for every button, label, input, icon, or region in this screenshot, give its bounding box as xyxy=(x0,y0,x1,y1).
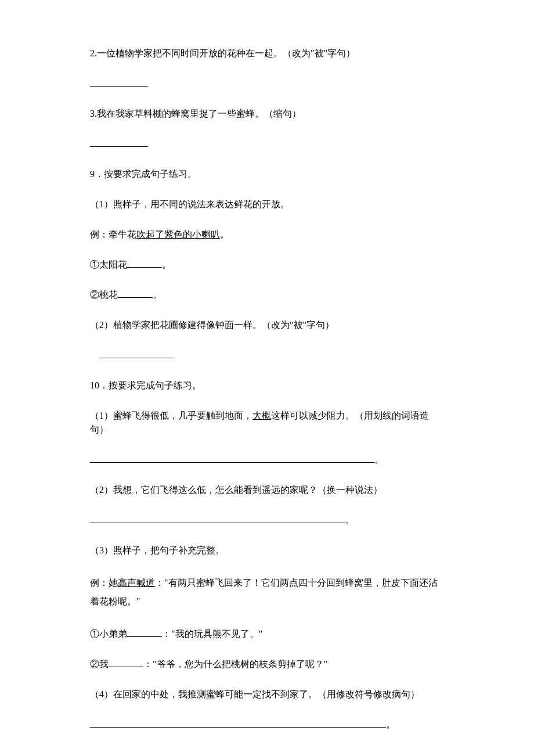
blank-line[interactable] xyxy=(99,348,175,358)
example-suffix: 。 xyxy=(220,229,229,239)
question-9-item1: ①太阳花。 xyxy=(90,258,444,272)
blank-line[interactable] xyxy=(109,657,143,667)
period: 。 xyxy=(386,719,395,729)
answer-blank-3 xyxy=(90,137,444,151)
answer-blank-10-2: 。 xyxy=(90,513,444,527)
part1-underlined: 大概 xyxy=(252,411,271,420)
item-suffix: 。 xyxy=(153,290,162,300)
example-underlined: 高声喊道 xyxy=(118,578,155,588)
question-2: 2.一位植物学家把不同时间开放的花种在一起。（改为"被"字句） xyxy=(90,46,444,60)
blank-line[interactable] xyxy=(90,137,148,147)
answer-blank-10-1: 。 xyxy=(90,453,444,467)
example-prefix: 例：牵牛花 xyxy=(90,229,136,239)
question-10-item1: ①小弟弟："我的玩具熊不见了。" xyxy=(90,627,444,641)
item-prefix: ①太阳花 xyxy=(90,260,127,269)
blank-line[interactable] xyxy=(90,513,345,523)
item-suffix: ："爷爷，您为什么把桃树的枝条剪掉了呢？" xyxy=(143,659,327,669)
question-10-part2: （2）我想，它们飞得这么低，怎么能看到遥远的家呢？（换一种说法） xyxy=(90,483,444,497)
question-3: 3.我在我家草料棚的蜂窝里捉了一些蜜蜂。（缩句） xyxy=(90,107,444,121)
period: 。 xyxy=(345,515,355,525)
blank-line[interactable] xyxy=(127,627,162,637)
answer-blank-9-2 xyxy=(90,348,444,362)
question-10-example: 例：她高声喊道："有两只蜜蜂飞回来了！它们两点四十分回到蜂窝里，肚皮下面还沾着花… xyxy=(90,574,444,611)
blank-line[interactable] xyxy=(90,718,386,728)
question-10-heading: 10．按要求完成句子练习。 xyxy=(90,379,444,393)
item-prefix: ②我 xyxy=(90,659,109,669)
question-9-part1: （1）照样子，用不同的说法来表达鲜花的开放。 xyxy=(90,197,444,211)
question-10-part4: （4）在回家的中处，我推测蜜蜂可能一定找不到家了。（用修改符号修改病句） xyxy=(90,687,444,701)
item-prefix: ①小弟弟 xyxy=(90,629,127,639)
item-prefix: ②桃花 xyxy=(90,290,118,300)
question-9-item2: ②桃花。 xyxy=(90,288,444,302)
blank-line[interactable] xyxy=(127,258,162,268)
document-page: 2.一位植物学家把不同时间开放的花种在一起。（改为"被"字句） 3.我在我家草料… xyxy=(0,0,534,756)
example-underlined: 吹起了紫色的小喇叭 xyxy=(136,229,220,239)
question-9-part2: （2）植物学家把花圃修建得像钟面一样。（改为"被"字句） xyxy=(90,318,444,332)
part1-prefix: （1）蜜蜂飞得很低，几乎要触到地面， xyxy=(90,411,252,420)
example-prefix: 例：她 xyxy=(90,578,118,588)
blank-line[interactable] xyxy=(90,453,374,463)
item-suffix: ："我的玩具熊不见了。" xyxy=(162,629,262,639)
question-9-heading: 9．按要求完成句子练习。 xyxy=(90,167,444,181)
question-10-part1: （1）蜜蜂飞得很低，几乎要触到地面，大概这样可以减少阻力。（用划线的词语造句） xyxy=(90,409,444,437)
item-suffix: 。 xyxy=(162,260,171,269)
question-10-item2: ②我："爷爷，您为什么把桃树的枝条剪掉了呢？" xyxy=(90,657,444,671)
question-9-example: 例：牵牛花吹起了紫色的小喇叭。 xyxy=(90,228,444,242)
answer-blank-10-4: 。 xyxy=(90,718,444,732)
period: 。 xyxy=(374,455,384,465)
answer-blank-2 xyxy=(90,77,444,91)
question-10-part3: （3）照样子，把句子补充完整。 xyxy=(90,543,444,557)
blank-line[interactable] xyxy=(90,77,148,87)
blank-line[interactable] xyxy=(118,288,153,298)
